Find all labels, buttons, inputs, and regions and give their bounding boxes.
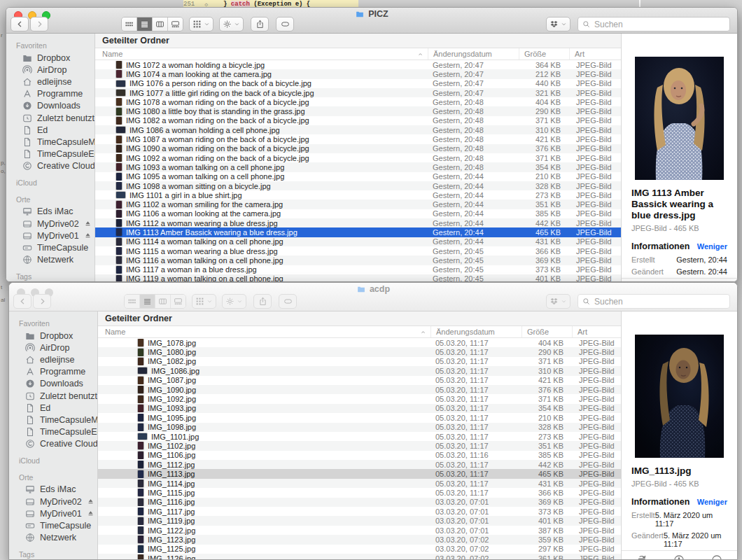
file-row[interactable]: IMG_1117.jpg 03.03.20, 07:01 373 KB JPEG… [98,507,621,516]
dropbox-button[interactable] [546,294,570,309]
file-row[interactable]: IMG 1102 a woman smiling for the camera.… [95,200,621,209]
sidebar-item[interactable]: Netzwerk [6,254,94,266]
show-less-link[interactable]: Weniger [697,498,727,506]
group-button[interactable] [189,17,214,31]
file-row[interactable]: IMG_1114.jpg 05.03.20, 11:17 431 KB JPEG… [98,479,621,488]
sidebar-item[interactable]: Eds iMac [6,206,94,218]
file-row[interactable]: IMG 1106 a woman looking at the camera.j… [95,209,621,218]
sidebar-item[interactable]: edleijnse [9,354,97,365]
icon-view-button[interactable] [122,18,137,31]
file-row[interactable]: IMG 1112 a woman wearing a blue dress.jp… [95,218,621,227]
file-row[interactable]: IMG 1080 a little boy that is standing i… [95,106,621,115]
file-row[interactable]: IMG 1086 a woman holding a cell phone.jp… [95,125,621,134]
markup-button[interactable]: Markierung [661,554,697,559]
sidebar-item[interactable]: edleijnse [6,76,94,88]
sidebar-item[interactable]: Dropbox [6,52,94,64]
sidebar-item[interactable]: MyDrive01 [9,507,97,519]
search-input[interactable] [593,296,725,307]
file-row[interactable]: IMG 1077 a little girl riding on the bac… [95,88,621,97]
file-row[interactable]: IMG 1114 a woman talking on a cell phone… [95,237,621,246]
file-row[interactable]: IMG 1113 Amber Bassick wearing a blue dr… [95,227,621,237]
file-row[interactable]: IMG 1074 a man looking at the camera.jpg… [95,69,621,78]
column-header-date[interactable]: Änderungsdatum [430,326,522,337]
sidebar-item[interactable]: AirDrop [9,342,97,354]
search-field[interactable] [578,17,730,31]
column-header-kind[interactable]: Art [569,48,621,59]
file-row[interactable]: IMG_1106.jpg 05.03.20, 11:16 385 KB JPEG… [98,451,621,460]
file-row[interactable]: IMG_1113.jpg 05.03.20, 11:17 465 KB JPEG… [98,469,621,478]
file-row[interactable]: IMG_1086.jpg 05.03.20, 11:17 310 KB JPEG… [98,366,621,375]
forward-button[interactable] [33,294,51,309]
sidebar-item[interactable]: TimeCapsuleEd [6,148,94,160]
column-header-size[interactable]: Größe [519,48,569,59]
group-button[interactable] [192,294,216,309]
action-menu-button[interactable] [222,294,246,309]
action-menu-button[interactable] [219,17,244,31]
sidebar-item[interactable]: Downloads [6,100,94,112]
file-row[interactable]: IMG_1098.jpg 05.03.20, 11:17 328 KB JPEG… [98,423,621,432]
sidebar-item[interactable]: Zuletzt benutzt [9,390,97,402]
file-row[interactable]: IMG_1123.jpg 03.03.20, 07:02 359 KB JPEG… [98,535,621,544]
file-row[interactable]: IMG 1076 a person riding on the back of … [95,79,621,88]
file-row[interactable]: IMG_1122.jpg 03.03.20, 07:01 387 KB JPEG… [98,526,621,535]
list-view-button[interactable] [137,18,153,31]
file-row[interactable]: IMG_1116.jpg 03.03.20, 07:01 369 KB JPEG… [98,498,621,507]
more-button[interactable]: Mehr ... [699,554,735,559]
titlebar[interactable]: acdp [9,283,737,312]
file-row[interactable]: IMG_1087.jpg 05.03.20, 11:17 421 KB JPEG… [98,376,621,385]
search-input[interactable] [593,19,725,30]
sidebar-item[interactable]: TimeCapsuleEd [9,426,97,438]
file-row[interactable]: IMG 1095 a woman talking on a cell phone… [95,172,621,181]
sidebar-item[interactable]: Netzwerk [9,532,97,544]
titlebar[interactable]: PICZ [6,8,737,34]
file-row[interactable]: IMG_1112.jpg 05.03.20, 11:17 442 KB JPEG… [98,460,621,469]
sidebar-item[interactable]: TimeCapsuleMylena [9,414,97,426]
file-row[interactable]: IMG 1078 a woman riding on the back of a… [95,97,621,106]
sidebar-item[interactable]: Ed [6,124,94,136]
sidebar-item[interactable]: Dropbox [9,330,97,342]
icon-view-button[interactable] [125,295,140,308]
file-row[interactable]: IMG_1093.jpg 05.03.20, 11:17 354 KB JPEG… [98,404,621,413]
file-row[interactable]: IMG_1115.jpg 05.03.20, 11:17 366 KB JPEG… [98,488,621,497]
eject-icon[interactable] [87,510,94,517]
file-row[interactable]: IMG 1119 a woman talking on a cell phone… [95,274,621,281]
file-row[interactable]: IMG 1082 a woman riding on the back of a… [95,116,621,125]
column-header-kind[interactable]: Art [572,326,621,337]
back-button[interactable] [10,17,29,31]
file-row[interactable]: IMG_1078.jpg 05.03.20, 11:17 404 KB JPEG… [98,338,621,347]
sidebar-item[interactable]: TimeCapsule [6,241,94,253]
sidebar-item[interactable]: AirDrop [6,64,94,76]
file-row[interactable]: IMG_1126.jpg 03.03.20, 07:02 361 KB JPEG… [98,554,621,559]
file-row[interactable]: IMG 1115 a woman wearing a blue dress.jp… [95,246,621,255]
share-button[interactable] [253,294,272,309]
column-view-button[interactable] [155,295,171,308]
sidebar-item[interactable]: Downloads [9,378,97,390]
file-row[interactable]: IMG 1090 a woman riding on the back of a… [95,144,621,153]
sidebar-item[interactable]: Creative Cloud Files [9,438,97,450]
file-row[interactable]: IMG 1087 a woman riding on the back of a… [95,134,621,144]
eject-icon[interactable] [84,232,92,239]
column-header-date[interactable]: Änderungsdatum [428,48,519,59]
file-row[interactable]: IMG_1102.jpg 05.03.20, 11:17 351 KB JPEG… [98,441,621,450]
sidebar-item[interactable]: MyDrive02 [9,496,97,507]
column-header-name[interactable]: Name [98,326,430,337]
gallery-view-button[interactable] [171,295,186,308]
file-row[interactable]: IMG_1119.jpg 03.03.20, 07:01 401 KB JPEG… [98,516,621,525]
file-row[interactable]: IMG 1093 a woman talking on a cell phone… [95,162,621,172]
tags-button[interactable] [276,17,294,31]
sidebar-item[interactable]: TimeCapsuleMylena [6,136,94,148]
sidebar-item[interactable]: Programme [9,366,97,378]
file-row[interactable]: IMG_1095.jpg 05.03.20, 11:17 210 KB JPEG… [98,413,621,422]
sidebar-item[interactable]: Zuletzt benutzt [6,112,94,124]
file-row[interactable]: IMG_1082.jpg 05.03.20, 11:17 371 KB JPEG… [98,357,621,366]
sidebar-item[interactable]: MyDrive01 [6,230,94,241]
file-row[interactable]: IMG_1090.jpg 05.03.20, 11:17 376 KB JPEG… [98,385,621,394]
file-row[interactable]: IMG 1116 a woman talking on a cell phone… [95,255,621,265]
file-row[interactable]: IMG 1072 a woman holding a bicycle.jpg G… [95,60,621,69]
file-row[interactable]: IMG_1101.jpg 05.03.20, 11:17 273 KB JPEG… [98,432,621,441]
show-less-link[interactable]: Weniger [697,242,727,251]
search-field[interactable] [578,294,730,309]
file-row[interactable]: IMG_1125.jpg 03.03.20, 07:02 297 KB JPEG… [98,545,621,554]
sidebar-item[interactable]: Ed [9,402,97,414]
eject-icon[interactable] [87,498,94,505]
